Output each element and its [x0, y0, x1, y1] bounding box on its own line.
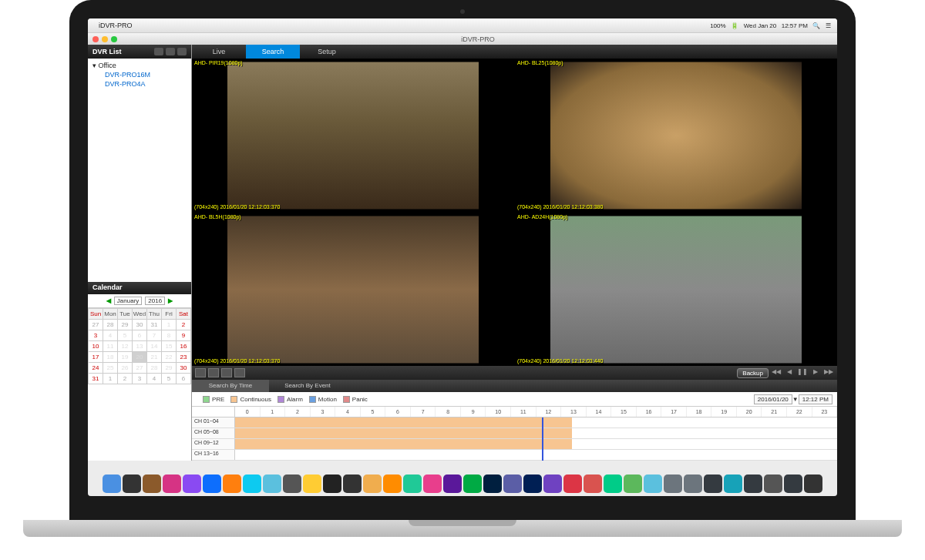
timeline-hour[interactable]: 10 [486, 407, 511, 417]
timeline-hour[interactable]: 3 [311, 407, 336, 417]
dock-app-icon[interactable] [543, 474, 562, 493]
dock-app-icon[interactable] [143, 474, 161, 493]
dock-app-icon[interactable] [664, 474, 682, 493]
dock-app-icon[interactable] [463, 474, 482, 493]
cal-day[interactable]: 29 [118, 320, 133, 330]
cal-next-icon[interactable]: ▶ [168, 297, 173, 304]
dock-app-icon[interactable] [764, 474, 782, 493]
tab-live[interactable]: Live [192, 45, 246, 59]
layout-4x4-icon[interactable] [234, 368, 245, 377]
cal-day[interactable]: 26 [118, 363, 133, 374]
cal-day[interactable]: 8 [162, 330, 177, 341]
cal-day[interactable]: 4 [103, 330, 118, 341]
tab-search[interactable]: Search [246, 45, 300, 59]
step-back-icon[interactable]: ◀ [784, 368, 795, 377]
cal-day[interactable]: 17 [89, 352, 103, 363]
dock-app-icon[interactable] [704, 474, 722, 493]
timeline-hour[interactable]: 2 [285, 407, 311, 417]
layout-3x3-icon[interactable] [221, 368, 232, 377]
cal-day[interactable]: 30 [133, 320, 147, 330]
cal-day[interactable]: 10 [89, 341, 103, 352]
dock-app-icon[interactable] [103, 474, 121, 493]
close-button[interactable] [92, 36, 99, 42]
cal-day[interactable]: 7 [147, 330, 162, 341]
timeline-hour[interactable]: 1 [261, 407, 286, 417]
subtab-time[interactable]: Search By Time [192, 380, 269, 392]
minimize-button[interactable] [102, 36, 108, 42]
camera-cell[interactable]: AHD- BL25(1080p)(704x240) 2016/01/20 12:… [515, 59, 837, 212]
timeline-hour[interactable]: 22 [787, 407, 812, 417]
cal-day[interactable]: 13 [133, 341, 147, 352]
cal-day[interactable]: 24 [89, 363, 103, 374]
timeline-hour[interactable]: 12 [536, 407, 562, 417]
cal-day[interactable]: 20 [133, 352, 147, 363]
layout-2x2-icon[interactable] [208, 368, 219, 377]
dock-app-icon[interactable] [163, 474, 181, 493]
play-icon[interactable]: ▶ [810, 368, 821, 377]
dropdown-icon[interactable]: ▼ [792, 396, 799, 403]
dock-app-icon[interactable] [203, 474, 221, 493]
recording-segment[interactable] [235, 428, 572, 438]
cal-day[interactable]: 30 [177, 363, 191, 374]
dock-app-icon[interactable] [784, 474, 802, 493]
tree-root[interactable]: Office [88, 61, 191, 70]
menubar-time[interactable]: 12:57 PM [782, 22, 808, 29]
cal-day[interactable]: 21 [147, 352, 162, 363]
dock-app-icon[interactable] [523, 474, 542, 493]
recording-segment[interactable] [235, 439, 572, 449]
fast-forward-icon[interactable]: ▶▶ [823, 368, 834, 377]
tab-setup[interactable]: Setup [300, 45, 354, 59]
menubar-date[interactable]: Wed Jan 20 [744, 22, 777, 29]
battery-icon[interactable]: 🔋 [731, 22, 738, 29]
dock-app-icon[interactable] [644, 474, 662, 493]
cal-day[interactable]: 16 [177, 341, 191, 352]
cal-day[interactable]: 3 [89, 330, 103, 341]
timeline-hour[interactable]: 4 [335, 407, 361, 417]
cal-day[interactable]: 14 [147, 341, 162, 352]
cal-day[interactable]: 2 [177, 320, 191, 330]
dock-app-icon[interactable] [403, 474, 422, 493]
timeline-hour[interactable]: 6 [385, 407, 411, 417]
cal-day[interactable]: 6 [177, 374, 191, 384]
dock-app-icon[interactable] [744, 474, 762, 493]
cal-day[interactable]: 31 [89, 374, 103, 384]
cal-day[interactable]: 27 [133, 363, 147, 374]
cal-day[interactable]: 28 [103, 320, 118, 330]
dock-app-icon[interactable] [363, 474, 382, 493]
timeline-track[interactable] [235, 450, 837, 460]
timeline-track[interactable] [235, 428, 837, 438]
dock-app-icon[interactable] [563, 474, 582, 493]
timeline-hour[interactable]: 15 [611, 407, 637, 417]
dock-app-icon[interactable] [584, 474, 602, 493]
dock-app-icon[interactable] [503, 474, 522, 493]
timeline-hour[interactable]: 0 [235, 407, 261, 417]
cal-year[interactable]: 2016 [145, 297, 165, 305]
cal-day[interactable]: 27 [89, 320, 103, 330]
menubar-app-name[interactable]: iDVR-PRO [99, 22, 133, 29]
battery-status[interactable]: 100% [710, 22, 725, 29]
recording-segment[interactable] [235, 417, 572, 428]
dock-app-icon[interactable] [604, 474, 622, 493]
cal-prev-icon[interactable]: ◀ [106, 297, 111, 304]
timeline-hour[interactable]: 16 [637, 407, 662, 417]
spotlight-icon[interactable]: 🔍 [812, 22, 820, 29]
timeline-hour[interactable]: 21 [762, 407, 787, 417]
dock-app-icon[interactable] [804, 474, 822, 493]
cal-day[interactable]: 6 [133, 330, 147, 341]
rewind-icon[interactable]: ◀◀ [771, 368, 782, 377]
timeline-hour[interactable]: 23 [812, 407, 837, 417]
tree-item[interactable]: DVR-PRO16M [88, 70, 191, 79]
cal-day[interactable]: 31 [147, 320, 162, 330]
zoom-button[interactable] [111, 36, 117, 42]
camera-cell[interactable]: AHD- PIR19(1080p)(704x240) 2016/01/20 12… [192, 59, 514, 212]
cal-day[interactable]: 5 [162, 374, 177, 384]
pause-icon[interactable]: ❚❚ [797, 368, 808, 377]
timeline-hour[interactable]: 19 [711, 407, 737, 417]
timeline-hour[interactable]: 20 [737, 407, 762, 417]
dock-app-icon[interactable] [624, 474, 642, 493]
cal-day[interactable]: 11 [103, 341, 118, 352]
dock-app-icon[interactable] [383, 474, 402, 493]
timeline-hour[interactable]: 8 [436, 407, 461, 417]
dock-app-icon[interactable] [323, 474, 341, 493]
camera-cell[interactable]: AHD- AD24H(1080p)(704x240) 2016/01/20 12… [515, 213, 837, 366]
